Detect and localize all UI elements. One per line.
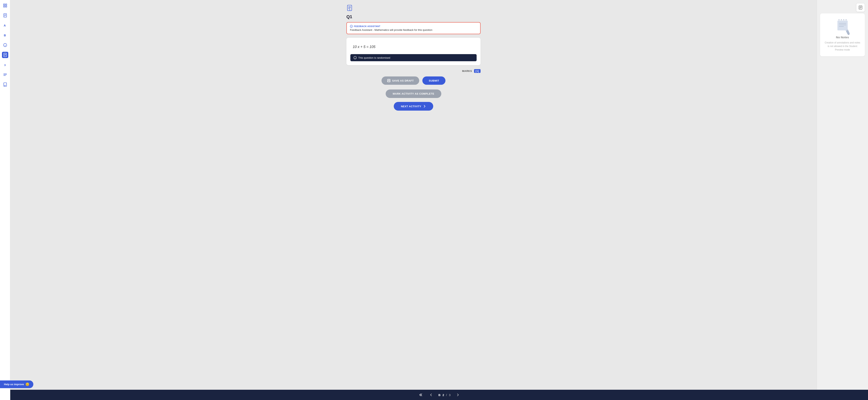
next-activity-button[interactable]: NEXT ACTIVITY: [394, 102, 433, 111]
chevron-right-icon: [423, 105, 426, 108]
math-equation: 10 x + 5 = 105: [350, 42, 476, 52]
content-wrapper: 2 Q1 FEEDBACK ASSISTANT Feedback Assista…: [10, 0, 868, 390]
next-activity-label: NEXT ACTIVITY: [401, 105, 422, 108]
save-icon: [387, 79, 391, 82]
svg-rect-1: [5, 4, 6, 5]
page-current: 2: [442, 393, 444, 397]
page-info: B 2 / 3: [438, 393, 451, 397]
marks-badge: [1]: [474, 69, 480, 73]
svg-rect-3: [5, 6, 6, 7]
feedback-assistant-box: FEEDBACK ASSISTANT Feedback Assistant - …: [346, 22, 480, 34]
svg-text:A: A: [4, 24, 6, 27]
main-area: 2 Q1 FEEDBACK ASSISTANT Feedback Assista…: [10, 0, 868, 400]
smiley-icon: 😊: [26, 382, 29, 386]
mark-complete-label: MARK ACTIVITY AS COMPLETE: [393, 92, 434, 95]
feedback-info-icon: [350, 25, 353, 28]
sidebar-icon-document[interactable]: [2, 12, 8, 19]
svg-rect-37: [388, 81, 390, 82]
notes-panel: No Notes Creation of annotations and not…: [817, 0, 868, 390]
svg-text:2: 2: [349, 9, 350, 11]
page-total: 3: [449, 393, 451, 397]
svg-point-43: [841, 19, 842, 20]
notes-toggle-button[interactable]: [856, 3, 865, 12]
save-draft-button[interactable]: SAVE AS DRAFT: [381, 77, 420, 85]
page-letter: B: [438, 393, 440, 397]
submit-button[interactable]: SUBMIT: [422, 77, 445, 85]
sidebar-icon-lines[interactable]: [2, 72, 8, 78]
svg-rect-46: [837, 21, 848, 30]
help-improve-button[interactable]: Help us improve 😊: [0, 380, 33, 388]
sidebar: A B 3: [0, 0, 10, 400]
feedback-header-text: FEEDBACK ASSISTANT: [354, 25, 380, 27]
sidebar-icon-info[interactable]: [2, 42, 8, 48]
page-separator: /: [446, 393, 447, 397]
prev-page-button[interactable]: [428, 393, 434, 397]
notes-description: Creation of annotations and notes is not…: [824, 41, 861, 52]
submit-label: SUBMIT: [429, 79, 439, 82]
svg-rect-2: [3, 6, 4, 7]
sidebar-icon-doc-bottom[interactable]: [2, 81, 8, 88]
svg-point-44: [843, 19, 844, 20]
notes-icon: [858, 5, 863, 10]
feedback-assistant-header: FEEDBACK ASSISTANT: [350, 25, 477, 28]
notes-icon-wrapper: [824, 18, 861, 33]
question-label: Q1: [346, 14, 480, 19]
bottom-bar: B 2 / 3: [10, 390, 868, 400]
sidebar-icon-text-b[interactable]: B: [2, 32, 8, 38]
sidebar-icon-text-a[interactable]: A: [2, 22, 8, 28]
question-container: 2 Q1 FEEDBACK ASSISTANT Feedback Assista…: [346, 5, 480, 111]
sidebar-icon-grid[interactable]: [2, 2, 8, 9]
mark-complete-button[interactable]: MARK ACTIVITY AS COMPLETE: [386, 89, 441, 98]
action-row: SAVE AS DRAFT SUBMIT: [346, 77, 480, 85]
help-improve-label: Help us improve: [4, 383, 24, 386]
notes-visual: [837, 18, 848, 33]
feedback-assistant-text: Feedback Assistant - Mathematics will pr…: [350, 28, 477, 31]
question-card: 10 x + 5 = 105 This question is randomis…: [346, 38, 480, 65]
next-page-button[interactable]: [455, 393, 461, 397]
svg-rect-36: [388, 79, 390, 80]
sidebar-icon-page-active[interactable]: [2, 52, 8, 58]
sidebar-icon-number[interactable]: 3: [2, 62, 8, 68]
svg-point-42: [838, 19, 840, 20]
page-icon: 2: [346, 5, 480, 12]
center-content: 2 Q1 FEEDBACK ASSISTANT Feedback Assista…: [10, 0, 817, 390]
svg-text:B: B: [4, 34, 6, 37]
info-circle-icon: [353, 56, 357, 59]
randomised-text: This question is randomised: [358, 56, 390, 59]
marks-row: MARKS [1]: [346, 69, 480, 73]
save-draft-label: SAVE AS DRAFT: [392, 79, 414, 82]
notes-title: No Notes: [824, 35, 861, 39]
randomised-banner: This question is randomised: [350, 54, 476, 61]
svg-point-45: [845, 19, 847, 20]
svg-rect-0: [3, 4, 4, 5]
notes-card: No Notes Creation of annotations and not…: [820, 13, 865, 56]
first-page-button[interactable]: [417, 392, 424, 397]
marks-label: MARKS: [462, 69, 472, 73]
svg-text:3: 3: [4, 64, 5, 66]
